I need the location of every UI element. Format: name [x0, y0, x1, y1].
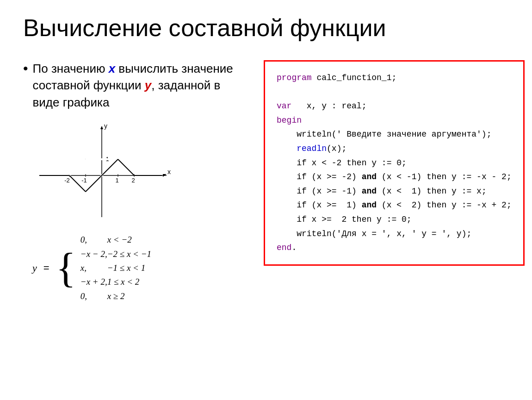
- svg-text:2: 2: [131, 177, 135, 184]
- svg-line-21: [69, 159, 86, 175]
- kw-end: end: [277, 243, 291, 252]
- code-line-writeln1: writeln(' Введите значение аргумента');: [277, 127, 512, 142]
- main-content: • По значению x вычислить значение соста…: [23, 60, 509, 303]
- code-var-decl: x, y : real;: [291, 101, 366, 111]
- code-line-end: end.: [277, 241, 512, 255]
- svg-marker-3: [100, 126, 103, 129]
- piecewise-formula: y = { 0, x < −2 −x − 2, −2 ≤ x < −1 x, −…: [32, 233, 245, 303]
- kw-begin: begin: [277, 116, 302, 125]
- code-line-writeln2: writeln('Для x = ', x, ' y = ', y);: [277, 227, 512, 241]
- code-line-blank1: [277, 85, 512, 100]
- code-box: program calc_function_1; var x, y : real…: [264, 60, 525, 266]
- svg-text:1: 1: [115, 177, 118, 184]
- graph-container: -2 -1 1 2 1 x y: [32, 125, 245, 228]
- bullet-text-content: По значению x вычислить значение составн…: [33, 60, 245, 111]
- code-program-name: calc_function_1;: [312, 73, 397, 82]
- svg-line-26: [118, 159, 134, 175]
- svg-text:-1: -1: [81, 177, 87, 184]
- formula-equals: =: [43, 262, 49, 274]
- code-line-readln: readln(x);: [277, 142, 512, 156]
- code-line-if4: if (x >= 1) and (x < 2) then y := -x + 2…: [277, 198, 512, 212]
- function-graph: -2 -1 1 2 1 x y: [32, 125, 171, 226]
- formula-case-3: x, −1 ≤ x < 1: [80, 261, 151, 275]
- formula-case-2: −x − 2, −2 ≤ x < −1: [80, 247, 151, 261]
- kw-var: var: [277, 101, 291, 111]
- kw-program: program: [277, 73, 312, 82]
- bullet-prefix: По значению: [33, 62, 109, 75]
- code-line-if5: if x >= 2 then y := 0;: [277, 212, 512, 227]
- code-line-var: var x, y : real;: [277, 99, 512, 113]
- y-variable: y: [145, 78, 151, 92]
- formula-case-1: 0, x < −2: [80, 233, 151, 247]
- formula-brace: {: [56, 247, 76, 289]
- code-line-begin: begin: [277, 113, 512, 128]
- left-panel: • По значению x вычислить значение соста…: [23, 60, 245, 303]
- svg-text:y: y: [104, 125, 107, 130]
- x-variable: x: [109, 62, 115, 75]
- kw-readln: readln: [297, 144, 327, 153]
- formula-case-4: −x + 2, 1 ≤ x < 2: [80, 275, 151, 289]
- code-line-if1: if x < -2 then y := 0;: [277, 156, 512, 170]
- formula-cases-table: 0, x < −2 −x − 2, −2 ≤ x < −1 x, −1 ≤ x …: [80, 233, 151, 303]
- code-line-if2: if (x >= -2) and (x < -1) then y := -x -…: [277, 170, 512, 184]
- formula-y: y: [32, 262, 37, 274]
- code-line-if3: if (x >= -1) and (x < 1) then y := x;: [277, 184, 512, 199]
- svg-text:-2: -2: [64, 177, 70, 184]
- bullet-point: • По значению x вычислить значение соста…: [23, 60, 245, 111]
- formula-case-5: 0, x ≥ 2: [80, 289, 151, 303]
- svg-text:x: x: [167, 168, 171, 175]
- bullet-dot: •: [23, 60, 28, 111]
- code-line-1: program calc_function_1;: [277, 71, 512, 85]
- code-content: program calc_function_1; var x, y : real…: [277, 71, 512, 255]
- page-title: Вычисление составной функции: [23, 14, 509, 42]
